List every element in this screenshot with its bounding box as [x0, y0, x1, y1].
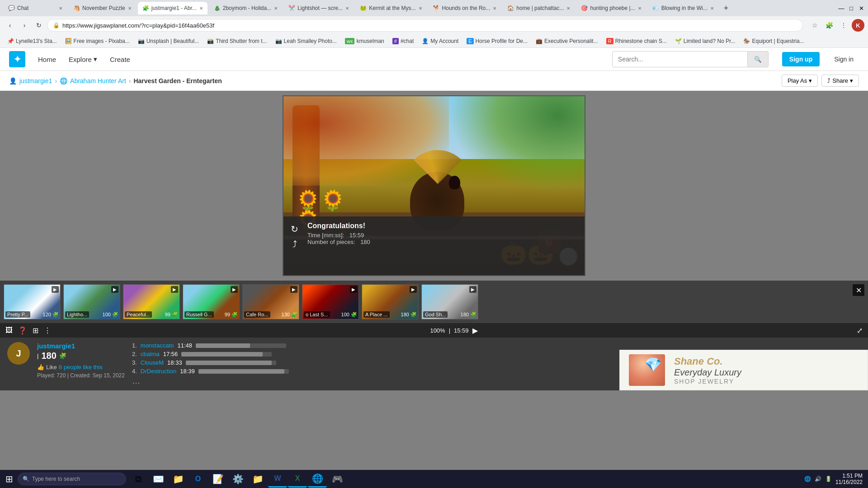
user-name[interactable]: justmargie1: [37, 342, 125, 350]
window-minimize[interactable]: —: [838, 5, 844, 11]
thumbnail-7[interactable]: ▶ A Place ... 180 🧩: [362, 284, 419, 319]
nav-create[interactable]: Create: [106, 54, 134, 65]
thumb-play-7[interactable]: ▶: [410, 286, 417, 293]
share-button[interactable]: ⤴ Share ▾: [821, 75, 859, 87]
taskbar-app-view[interactable]: ⧉: [129, 470, 148, 488]
search-input[interactable]: [612, 51, 748, 67]
taskbar-app-game[interactable]: 🎮: [328, 470, 347, 488]
search-button[interactable]: 🔍: [748, 51, 769, 67]
tab-close-home[interactable]: ✕: [566, 6, 570, 11]
thumb-play-3[interactable]: ▶: [171, 286, 178, 293]
tab-lightshot[interactable]: ✂️ Lightshot — scre... ✕: [284, 2, 354, 14]
bookmark-pixabay[interactable]: 🖼️ Free images - Pixaba...: [61, 37, 133, 46]
taskbar-app-outlook[interactable]: O: [189, 470, 208, 488]
lb-name-3[interactable]: ClouseM: [141, 359, 164, 366]
tab-home[interactable]: 🏠 home | patchattac... ✕: [503, 2, 575, 14]
address-bar[interactable]: 🔒 https://www.jigsawplanet.com/?rc=play&…: [47, 19, 803, 32]
bookmark-myaccount[interactable]: 👤 My Account: [418, 37, 462, 46]
bookmark-rhinestone[interactable]: R Rhinestone chain S...: [603, 37, 670, 46]
tab-close-kermit[interactable]: ✕: [419, 6, 422, 11]
bookmark-thirdshutter[interactable]: 📸 Third Shutter from t...: [203, 37, 270, 46]
tab-hounds[interactable]: 🐕 Hounds on the Ro... ✕: [429, 2, 501, 14]
strip-close-button[interactable]: ✕: [853, 284, 864, 296]
bookmark-lynelle[interactable]: 📌 Lynelle13's Sta...: [4, 37, 61, 46]
profile-button[interactable]: K: [852, 19, 864, 32]
taskbar-app-settings[interactable]: ⚙️: [228, 470, 247, 488]
tab-close-light[interactable]: ✕: [345, 6, 349, 11]
people-like-count[interactable]: 8 people like this: [59, 364, 103, 371]
tab-2boymom[interactable]: 🎄 2boymom - Holida... ✕: [209, 2, 282, 14]
thumb-play-2[interactable]: ▶: [111, 286, 118, 293]
taskbar-app-folder[interactable]: 📁: [248, 470, 267, 488]
play-as-button[interactable]: Play As ▾: [782, 75, 818, 87]
window-maximize[interactable]: □: [848, 5, 854, 11]
signin-button[interactable]: Sign in: [829, 52, 859, 66]
refresh-icon-button[interactable]: ↻: [291, 224, 298, 235]
bookmark-equiport[interactable]: 🏇 Equiport | Equestria...: [740, 37, 807, 46]
grid-button[interactable]: ⊞: [33, 326, 38, 335]
tab-close-active[interactable]: ✕: [199, 6, 203, 11]
thumbnail-4[interactable]: ▶ Russell G... 99 🧩: [183, 284, 240, 319]
help-button[interactable]: ❓: [18, 326, 27, 335]
tab-close-chat[interactable]: ✕: [59, 6, 62, 11]
tab-kermit[interactable]: 🐸 Kermit at the Mys... ✕: [355, 2, 426, 14]
bookmark-kmuselman[interactable]: wx kmuselman: [341, 37, 388, 46]
bookmark-unsplash[interactable]: 📷 Unsplash | Beautiful...: [134, 37, 203, 46]
taskbar-app-chrome[interactable]: 🌐: [308, 470, 327, 488]
share-icon-button[interactable]: ⤴: [291, 239, 298, 249]
tab-close-nov[interactable]: ✕: [128, 6, 132, 11]
window-close[interactable]: ✕: [858, 5, 864, 11]
taskbar-app-sticky[interactable]: 📝: [208, 470, 227, 488]
lb-name-2[interactable]: cbalma: [141, 351, 160, 357]
thumb-play-5[interactable]: ▶: [290, 286, 297, 293]
tab-close-2boy[interactable]: ✕: [274, 6, 278, 11]
taskbar-app-word[interactable]: W: [268, 470, 287, 488]
tab-blowing[interactable]: 💨 Blowing in the Wi... ✕: [648, 2, 718, 14]
taskbar-app-mail[interactable]: ✉️: [149, 470, 168, 488]
nav-explore[interactable]: Explore ▾: [69, 55, 97, 63]
tab-close-hunt[interactable]: ✕: [638, 6, 642, 11]
puzzle-image[interactable]: 🌻🌻🌻 🌹🌹 🎃🎃 ⚪ 🍎 ↻ ⤴ Congratulations!: [283, 95, 585, 276]
ad-banner[interactable]: 💎 Shane Co. Everyday Luxury SHOP JEWELRY: [619, 350, 868, 390]
thumb-play-4[interactable]: ▶: [231, 286, 238, 293]
site-logo[interactable]: ✦: [9, 51, 25, 67]
forward-button[interactable]: ›: [18, 19, 31, 32]
reload-button[interactable]: ↻: [33, 19, 45, 32]
tab-hunting[interactable]: 🎯 hunting phoebe |... ✕: [576, 2, 646, 14]
more-button[interactable]: ⋮: [44, 326, 51, 335]
breadcrumb-user[interactable]: justmargie1: [19, 77, 52, 84]
thumb-play-6[interactable]: ▶: [350, 286, 357, 293]
tab-chat[interactable]: 💬 Chat ✕: [4, 2, 67, 14]
tab-close-blow[interactable]: ✕: [710, 6, 714, 11]
bookmark-executive[interactable]: 💼 Executive Personalit...: [532, 37, 602, 46]
tab-close-hounds[interactable]: ✕: [493, 6, 496, 11]
bookmark-star-button[interactable]: ☆: [808, 19, 821, 32]
breadcrumb-artist[interactable]: Abraham Hunter Art: [70, 77, 126, 84]
extension-puzzle-button[interactable]: 🧩: [823, 19, 835, 32]
new-tab-button[interactable]: +: [720, 4, 732, 13]
thumbnail-5[interactable]: ▶ Cafe Ro... 130 🧩: [242, 284, 299, 319]
nav-home[interactable]: Home: [34, 54, 60, 65]
tab-november[interactable]: 🐴 November Puzzle ✕: [69, 2, 136, 14]
start-button[interactable]: ⊞: [2, 472, 17, 486]
bookmark-chat[interactable]: # #chat: [389, 37, 417, 46]
thumbnail-1[interactable]: ▶ Pretty P... 120 🧩: [4, 284, 61, 319]
bookmark-leah[interactable]: 📷 Leah Smalley Photo...: [272, 37, 340, 46]
lb-name-4[interactable]: DrDestruction: [141, 368, 176, 375]
image-view-button[interactable]: 🖼: [5, 326, 13, 335]
thumbnail-6[interactable]: ▶ o Last S... 100 🧩: [302, 284, 359, 319]
more-options-button[interactable]: ⋮: [837, 19, 850, 32]
tab-active[interactable]: 🧩 justmargie1 - Abr... ✕: [138, 2, 208, 14]
bookmark-limited[interactable]: 🌱 Limited land? No Pr...: [671, 37, 739, 46]
thumbnail-2[interactable]: ▶ Lightho... 100 🧩: [63, 284, 120, 319]
lb-more[interactable]: …: [132, 376, 268, 386]
taskbar-app-excel[interactable]: X: [288, 470, 307, 488]
lb-name-1[interactable]: monstaccato: [141, 342, 174, 349]
thumbnail-8[interactable]: ▶ God Sh... 180 🧩: [421, 284, 478, 319]
fullscreen-button[interactable]: ⤢: [857, 326, 863, 335]
thumb-play-1[interactable]: ▶: [52, 286, 59, 293]
taskbar-clock[interactable]: 1:51 PM 11/16/2022: [835, 473, 863, 485]
thumb-play-8[interactable]: ▶: [469, 286, 476, 293]
bookmark-horse[interactable]: E Horse Profile for De...: [463, 37, 531, 46]
thumbnail-3[interactable]: ▶ Peaceful... 99 🧩: [123, 284, 180, 319]
